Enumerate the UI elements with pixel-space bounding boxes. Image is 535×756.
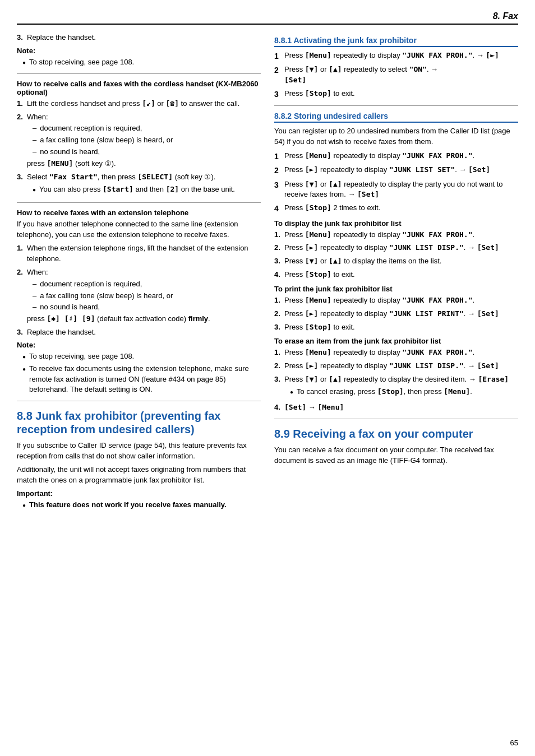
list-item: 2. When: document reception is required,… xyxy=(17,267,261,324)
note-block-1: Note: To stop receiving, see page 108. xyxy=(17,47,261,68)
list-item: 3. Replace the handset. xyxy=(17,327,261,338)
list-item: To receive fax documents using the exten… xyxy=(22,364,261,396)
list-item: 3.Press [Stop] to exit. xyxy=(274,322,518,333)
sub-print-steps: 1.Press [Menu] repeatedly to display "JU… xyxy=(274,295,518,333)
section-882-intro: You can register up to 20 undesired numb… xyxy=(274,126,518,147)
divider-4 xyxy=(274,105,518,106)
list-item: no sound is heard, xyxy=(33,147,173,157)
important-label: Important: xyxy=(17,489,53,498)
page-number: 65 xyxy=(510,739,518,747)
sub-erase-steps: 1.Press [Menu] repeatedly to display "JU… xyxy=(274,347,518,412)
section-89-intro: You can receive a fax document on your c… xyxy=(274,445,518,466)
right-column: 8.8.1 Activating the junk fax prohibitor… xyxy=(274,30,518,512)
list-item: document reception is required, xyxy=(33,123,173,134)
ext-when-list: document reception is required, a fax ca… xyxy=(33,279,210,313)
list-item: This feature does not work if you receiv… xyxy=(22,500,261,511)
left-column: 3. Replace the handset. Note: To stop re… xyxy=(17,30,261,512)
junk-intro-1: If you subscribe to Caller ID service (p… xyxy=(17,440,261,462)
section-881-heading: 8.8.1 Activating the junk fax prohibitor xyxy=(274,36,518,47)
note-label-2: Note: xyxy=(17,341,35,349)
sub-display-label: To display the junk fax prohibitor list xyxy=(274,219,518,228)
page: 8. Fax 3. Replace the handset. Note: To … xyxy=(0,0,535,756)
list-item: 3 Press [▼] or [▲] repeatedly to display… xyxy=(274,179,518,201)
list-item: 2. When: document reception is required,… xyxy=(17,112,261,169)
cancel-erase-list: To cancel erasing, press [Stop], then pr… xyxy=(290,387,509,397)
extension-intro: If you have another telephone connected … xyxy=(17,219,261,240)
divider-2 xyxy=(17,202,261,203)
section-882: 8.8.2 Storing undesired callers You can … xyxy=(274,112,518,412)
list-item: 4 Press [Stop] 2 times to exit. xyxy=(274,203,518,214)
list-item: 3.Press [▼] or [▲] to display the items … xyxy=(274,256,518,267)
list-item: 1.Press [Menu] repeatedly to display "JU… xyxy=(274,347,518,358)
extension-steps: 1. When the extension telephone rings, l… xyxy=(17,243,261,338)
list-item: 3. Press [▼] or [▲] repeatedly to displa… xyxy=(274,374,518,400)
list-item: 1. When the extension telephone rings, l… xyxy=(17,243,261,265)
list-item: 3. Replace the handset. xyxy=(17,33,261,43)
list-item: a fax calling tone (slow beep) is heard,… xyxy=(33,135,173,146)
divider-1 xyxy=(17,73,261,74)
divider-5 xyxy=(274,419,518,419)
divider-3 xyxy=(17,401,261,401)
list-item: 2 Press [►] repeatedly to display "JUNK … xyxy=(274,165,518,176)
sub-section-erase: To erase an item from the junk fax prohi… xyxy=(274,337,518,412)
important-list: This feature does not work if you receiv… xyxy=(22,500,261,511)
cordless-steps: 1. Lift the cordless handset and press [… xyxy=(17,99,261,197)
list-item: 1.Press [Menu] repeatedly to display "JU… xyxy=(274,295,518,306)
list-item: To stop receiving, see page 108. xyxy=(22,351,261,362)
step-replace-handset: 3. Replace the handset. xyxy=(17,33,261,43)
list-item: 2.Press [►] repeatedly to display "JUNK … xyxy=(274,243,518,253)
junk-section: 8.8 Junk fax prohibitor (preventing fax … xyxy=(17,409,261,510)
sub-section-print: To print the junk fax prohibitor list 1.… xyxy=(274,285,518,333)
sub-erase-label: To erase an item from the junk fax prohi… xyxy=(274,337,518,345)
sub-section-display: To display the junk fax prohibitor list … xyxy=(274,219,518,280)
two-column-layout: 3. Replace the handset. Note: To stop re… xyxy=(17,30,518,512)
also-press-list: You can also press [Start] and then [2] … xyxy=(33,184,235,195)
list-item: 4.Press [Stop] to exit. xyxy=(274,270,518,280)
section-882-steps: 1 Press [Menu] repeatedly to display "JU… xyxy=(274,151,518,215)
list-item: a fax calling tone (slow beep) is heard,… xyxy=(33,291,210,302)
list-item: 2.Press [►] repeatedly to display "JUNK … xyxy=(274,361,518,372)
list-item: 3. Select "Fax Start", then press [SELEC… xyxy=(17,172,261,197)
list-item: document reception is required, xyxy=(33,279,210,290)
list-item: 2.Press [►] repeatedly to display "JUNK … xyxy=(274,309,518,319)
section-89-heading: 8.9 Receiving a fax on your computer xyxy=(274,427,518,440)
page-title: 8. Fax xyxy=(493,11,518,21)
cordless-heading: How to receive calls and faxes with the … xyxy=(17,80,261,96)
list-item: no sound is heard, xyxy=(33,302,210,313)
list-item: 1 Press [Menu] repeatedly to display "JU… xyxy=(274,50,518,62)
list-item: You can also press [Start] and then [2] … xyxy=(33,184,235,195)
section-882-heading: 8.8.2 Storing undesired callers xyxy=(274,112,518,123)
note-list-1: To stop receiving, see page 108. xyxy=(22,57,261,68)
section-881: 8.8.1 Activating the junk fax prohibitor… xyxy=(274,36,518,100)
cordless-section: How to receive calls and faxes with the … xyxy=(17,80,261,197)
important-block: Important: This feature does not work if… xyxy=(17,489,261,511)
list-item: 3 Press [Stop] to exit. xyxy=(274,89,518,100)
list-item: 1. Lift the cordless handset and press [… xyxy=(17,99,261,109)
sub-print-label: To print the junk fax prohibitor list xyxy=(274,285,518,293)
extension-heading: How to receive faxes with an extension t… xyxy=(17,208,261,217)
sub-display-steps: 1.Press [Menu] repeatedly to display "JU… xyxy=(274,230,518,280)
section-89: 8.9 Receiving a fax on your computer You… xyxy=(274,427,518,466)
list-item: To stop receiving, see page 108. xyxy=(22,57,261,68)
list-item: 1.Press [Menu] repeatedly to display "JU… xyxy=(274,230,518,240)
section-881-steps: 1 Press [Menu] repeatedly to display "JU… xyxy=(274,50,518,100)
junk-section-heading: 8.8 Junk fax prohibitor (preventing fax … xyxy=(17,409,261,436)
list-item: 1 Press [Menu] repeatedly to display "JU… xyxy=(274,151,518,162)
when-sub-list: document reception is required, a fax ca… xyxy=(33,123,173,157)
list-item: 2 Press [▼] or [▲] repeatedly to select … xyxy=(274,64,518,86)
note-list-2: To stop receiving, see page 108. To rece… xyxy=(22,351,261,395)
list-item: To cancel erasing, press [Stop], then pr… xyxy=(290,387,509,397)
list-item: 4.[Set] → [Menu] xyxy=(274,402,518,413)
note-label-1: Note: xyxy=(17,47,35,55)
extension-section: How to receive faxes with an extension t… xyxy=(17,208,261,337)
page-header: 8. Fax xyxy=(17,11,518,25)
junk-intro-2: Additionally, the unit will not accept f… xyxy=(17,465,261,486)
note-block-2: Note: To stop receiving, see page 108. T… xyxy=(17,341,261,395)
